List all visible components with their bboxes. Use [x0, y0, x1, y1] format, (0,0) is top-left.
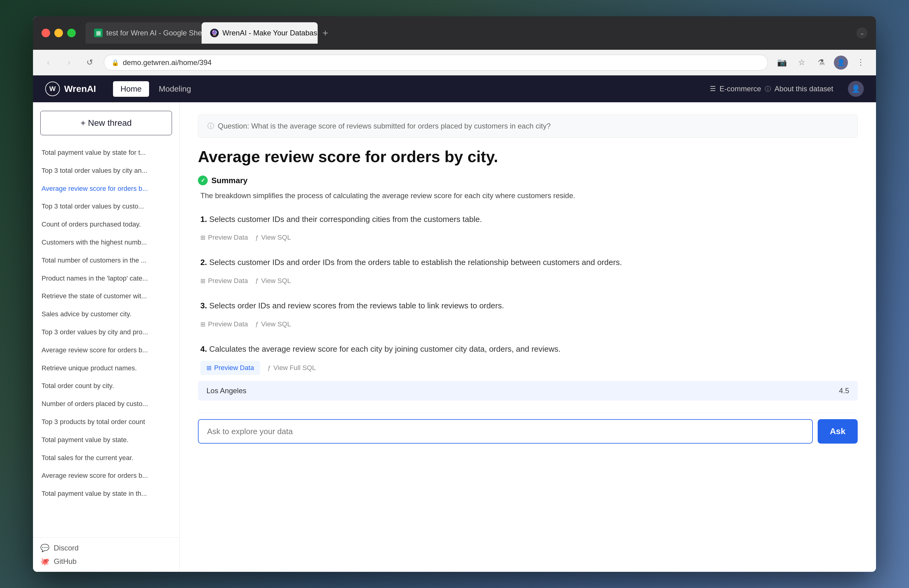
nav-modeling[interactable]: Modeling	[152, 81, 199, 97]
thread-list: Total payment value by state for t... To…	[33, 144, 179, 537]
window-menu[interactable]: ⌄	[856, 27, 867, 39]
sql-label-1: View SQL	[261, 234, 291, 241]
sql-icon-1: ƒ	[256, 234, 259, 241]
question-box: ⓘ Question: What is the average score of…	[198, 115, 858, 138]
step-3-description: 3. Selects order IDs and review scores f…	[198, 299, 858, 312]
thread-item-8[interactable]: Product names in the 'laptop' cate...	[38, 270, 175, 288]
url-bar[interactable]: 🔒 demo.getwren.ai/home/394	[104, 55, 768, 71]
thread-item-16[interactable]: Top 3 products by total order count	[38, 413, 175, 431]
thread-item-19[interactable]: Average review score for orders b...	[38, 467, 175, 485]
thread-item-20[interactable]: Total payment value by state in th...	[38, 485, 175, 503]
thread-item-7[interactable]: Total number of customers in the ...	[38, 252, 175, 270]
address-bar: ‹ › ↺ 🔒 demo.getwren.ai/home/394 📷 ☆ ⚗ 👤…	[33, 50, 876, 75]
preview-icon-3: ⊞	[201, 321, 205, 328]
tab-bar: ▦ test for Wren AI - Google She ✕ 🔮 Wren…	[86, 22, 847, 44]
step-2: 2. Selects customer IDs and order IDs fr…	[198, 256, 858, 287]
step-4-actions: ⊞ Preview Data ƒ View Full SQL	[201, 361, 858, 375]
dataset-icon: ☰	[710, 85, 716, 93]
github-link[interactable]: 🐙 GitHub	[40, 557, 172, 566]
discord-link[interactable]: 💬 Discord	[40, 544, 172, 552]
dataset-help-text[interactable]: About this dataset	[775, 84, 833, 93]
github-icon: 🐙	[40, 557, 50, 566]
view-sql-btn-3[interactable]: ƒ View SQL	[256, 318, 291, 331]
thread-item-1[interactable]: Total payment value by state for t...	[38, 144, 175, 162]
summary-section: ✓ Summary The breakdown simplifies the p…	[198, 176, 858, 202]
browser-tab-2[interactable]: 🔮 WrenAI - Make Your Databas... ✕	[202, 22, 318, 44]
wren-logo: W WrenAI	[45, 81, 96, 96]
thread-item-5[interactable]: Count of orders purchased today.	[38, 216, 175, 234]
bookmark-icon[interactable]: ☆	[795, 56, 808, 69]
check-circle-icon: ✓	[198, 176, 208, 185]
thread-item-6[interactable]: Customers with the highest numb...	[38, 234, 175, 252]
preview-data-btn-4[interactable]: ⊞ Preview Data	[201, 361, 260, 375]
preview-data-btn-1[interactable]: ⊞ Preview Data	[201, 231, 248, 244]
new-tab-button[interactable]: +	[318, 25, 333, 40]
preview-data-btn-2[interactable]: ⊞ Preview Data	[201, 275, 248, 287]
thread-item-2[interactable]: Top 3 total order values by city an...	[38, 162, 175, 180]
github-label: GitHub	[54, 557, 77, 566]
preview-city: Los Angeles	[207, 386, 246, 395]
view-sql-btn-1[interactable]: ƒ View SQL	[256, 231, 291, 244]
preview-data-btn-3[interactable]: ⊞ Preview Data	[201, 318, 248, 331]
screenshot-icon[interactable]: 📷	[775, 56, 789, 69]
main-content: + New thread Total payment value by stat…	[33, 102, 876, 572]
forward-button[interactable]: ›	[62, 56, 76, 69]
nav-home[interactable]: Home	[113, 81, 149, 97]
summary-header: ✓ Summary	[198, 176, 858, 185]
step-4-number: 4.	[201, 344, 209, 354]
browser-tab-1[interactable]: ▦ test for Wren AI - Google She ✕	[86, 22, 202, 44]
sql-label-2: View SQL	[261, 277, 291, 285]
thread-item-18[interactable]: Total sales for the current year.	[38, 449, 175, 467]
preview-data-row: Los Angeles 4.5	[198, 381, 858, 401]
step-1-description: 1. Selects customer IDs and their corres…	[198, 213, 858, 226]
tab-1-label: test for Wren AI - Google She	[106, 29, 202, 37]
sidebar-footer: 💬 Discord 🐙 GitHub	[33, 537, 179, 572]
step-2-actions: ⊞ Preview Data ƒ View SQL	[201, 275, 858, 287]
thread-item-14[interactable]: Total order count by city.	[38, 377, 175, 395]
thread-item-10[interactable]: Sales advice by customer city.	[38, 305, 175, 323]
sql-label-3: View SQL	[261, 320, 291, 328]
profile-avatar[interactable]: 👤	[834, 56, 848, 69]
sidebar: + New thread Total payment value by stat…	[33, 102, 180, 572]
thread-item-9[interactable]: Retrieve the state of customer wit...	[38, 287, 175, 305]
view-full-sql-btn-4[interactable]: ƒ View Full SQL	[268, 362, 316, 374]
logo-icon: W	[45, 81, 60, 96]
step-4: 4. Calculates the average review score f…	[198, 343, 858, 401]
question-help-icon: ⓘ	[207, 121, 214, 131]
ask-input[interactable]	[198, 419, 813, 444]
step-2-description: 2. Selects customer IDs and order IDs fr…	[198, 256, 858, 269]
content-area: ⓘ Question: What is the average score of…	[180, 102, 876, 572]
dataset-info: ☰ E-commerce ⓘ About this dataset	[710, 84, 833, 93]
user-avatar[interactable]: 👤	[848, 81, 864, 97]
maximize-button[interactable]	[67, 29, 76, 37]
thread-item-13[interactable]: Retrieve unique product names.	[38, 359, 175, 377]
preview-label-4: Preview Data	[214, 364, 254, 372]
thread-item-17[interactable]: Total payment value by state.	[38, 431, 175, 449]
step-1-actions: ⊞ Preview Data ƒ View SQL	[201, 231, 858, 244]
menu-icon[interactable]: ⋮	[854, 56, 867, 69]
close-button[interactable]	[42, 29, 50, 37]
ask-button[interactable]: Ask	[818, 419, 858, 444]
reload-button[interactable]: ↺	[83, 56, 97, 69]
sql-icon-3: ƒ	[256, 321, 259, 328]
thread-item-11[interactable]: Top 3 order values by city and pro...	[38, 323, 175, 341]
step-4-description: 4. Calculates the average review score f…	[198, 343, 858, 356]
view-sql-btn-2[interactable]: ƒ View SQL	[256, 275, 291, 287]
thread-item-12[interactable]: Average review score for orders b...	[38, 341, 175, 359]
app-layout: W WrenAI Home Modeling ☰ E-commerce ⓘ Ab…	[33, 75, 876, 572]
summary-text: The breakdown simplifies the process of …	[201, 190, 858, 202]
minimize-button[interactable]	[54, 29, 63, 37]
tab-2-label: WrenAI - Make Your Databas...	[222, 29, 318, 37]
back-button[interactable]: ‹	[42, 56, 55, 69]
new-thread-button[interactable]: + New thread	[40, 111, 172, 135]
preview-icon-1: ⊞	[201, 234, 205, 241]
thread-item-15[interactable]: Number of orders placed by custo...	[38, 395, 175, 413]
step-1: 1. Selects customer IDs and their corres…	[198, 213, 858, 244]
url-text: demo.getwren.ai/home/394	[123, 58, 212, 67]
tab-favicon-wren: 🔮	[210, 29, 219, 37]
thread-item-3[interactable]: Average review score for orders b...	[38, 180, 175, 198]
summary-label: Summary	[211, 176, 248, 185]
preview-value: 4.5	[839, 386, 849, 395]
thread-item-4[interactable]: Top 3 total order values by custo...	[38, 197, 175, 216]
flask-icon[interactable]: ⚗	[814, 56, 828, 69]
